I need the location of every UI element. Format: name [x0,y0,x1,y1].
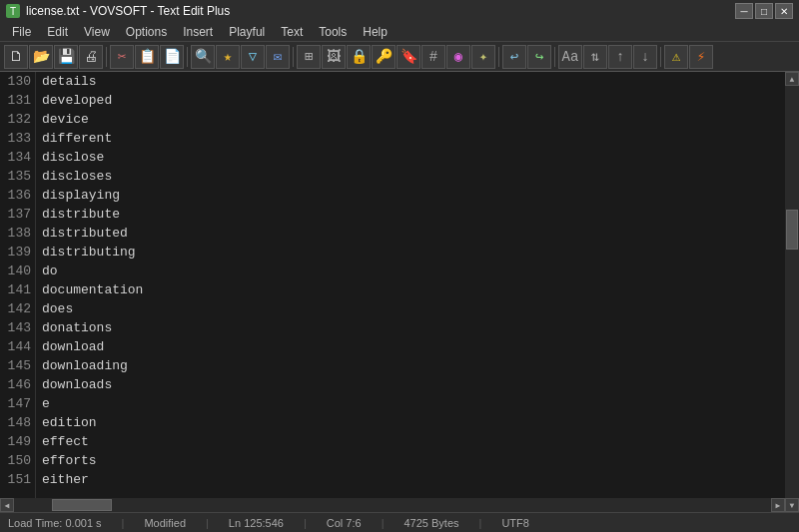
undo-button[interactable]: ↩ [502,45,526,69]
new-button[interactable]: 🗋 [4,45,28,69]
line-number: 135 [4,167,31,186]
modified-status: Modified [144,517,186,529]
search-button[interactable]: 🔍 [191,45,215,69]
line-text: documentation [42,280,779,299]
line-number: 150 [4,451,31,470]
editor-content: 1301311321331341351361371381391401411421… [0,72,785,498]
scroll-down-arrow[interactable]: ▼ [785,498,799,512]
image-button[interactable]: 🖼 [322,45,346,69]
line-number: 130 [4,72,31,91]
line-number: 136 [4,186,31,205]
mail-button[interactable]: ✉ [266,45,290,69]
toolbar-separator [498,47,499,67]
text-content[interactable]: detailsdevelopeddevicedifferentdisclosed… [36,72,785,498]
cursor-position: Ln 125:546 [229,517,284,529]
menu-item-text[interactable]: Text [273,22,311,41]
line-text: e [42,394,779,413]
menu-bar: FileEditViewOptionsInsertPlayfulTextTool… [0,22,799,42]
line-text: downloads [42,375,779,394]
line-numbers: 1301311321331341351361371381391401411421… [0,72,36,498]
maximize-button[interactable]: □ [755,3,773,19]
line-text: discloses [42,167,779,186]
line-text: efforts [42,451,779,470]
key-button[interactable]: 🔑 [372,45,396,69]
editor-area[interactable]: 1301311321331341351361371381391401411421… [0,72,785,512]
menu-item-insert[interactable]: Insert [175,22,221,41]
toolbar-separator [106,47,107,67]
print-button[interactable]: 🖨 [79,45,103,69]
line-text: displaying [42,186,779,205]
down-button[interactable]: ↓ [633,45,657,69]
toolbar-separator [293,47,294,67]
sort-button[interactable]: ⇅ [583,45,607,69]
line-number: 132 [4,110,31,129]
close-button[interactable]: ✕ [775,3,793,19]
line-text: do [42,262,779,280]
warn-button[interactable]: ⚠ [664,45,688,69]
line-number: 141 [4,280,31,299]
menu-item-view[interactable]: View [76,22,118,41]
menu-item-help[interactable]: Help [355,22,396,41]
line-number: 146 [4,375,31,394]
line-text: developed [42,91,779,110]
horizontal-scrollbar: ◀ ▶ [0,498,785,512]
toolbar: 🗋📂💾🖨✂📋📄🔍★▽✉⊞🖼🔒🔑🔖#◉✦↩↪Aa⇅↑↓⚠⚡ [0,42,799,72]
line-number: 134 [4,148,31,167]
h-scroll-track[interactable] [14,498,771,512]
main-area: 1301311321331341351361371381391401411421… [0,72,799,512]
vertical-scrollbar: ▲ ▼ [785,72,799,512]
wand-button[interactable]: ✦ [471,45,495,69]
redo-button[interactable]: ↪ [527,45,551,69]
line-text: effect [42,432,779,451]
column-info: Col 7:6 [327,517,362,529]
line-number: 147 [4,394,31,413]
rainbow-button[interactable]: ◉ [446,45,470,69]
menu-item-tools[interactable]: Tools [311,22,355,41]
menu-item-file[interactable]: File [4,22,39,41]
save-button[interactable]: 💾 [54,45,78,69]
menu-item-edit[interactable]: Edit [39,22,76,41]
filter-button[interactable]: ▽ [241,45,265,69]
toolbar-separator [660,47,661,67]
copy-button[interactable]: 📋 [135,45,159,69]
toolbar-separator [187,47,188,67]
highlight-button[interactable]: ★ [216,45,240,69]
line-text: different [42,129,779,148]
bookmark-button[interactable]: 🔖 [397,45,420,69]
v-scroll-thumb[interactable] [786,210,798,250]
v-scroll-track[interactable] [785,86,799,498]
title-bar-controls: ─ □ ✕ [735,3,793,19]
scroll-up-arrow[interactable]: ▲ [785,72,799,86]
menu-item-playful[interactable]: Playful [221,22,273,41]
h-scroll-thumb[interactable] [52,499,112,511]
lock-button[interactable]: 🔒 [347,45,371,69]
paste-button[interactable]: 📄 [160,45,184,69]
line-number: 144 [4,337,31,356]
scroll-right-arrow[interactable]: ▶ [771,498,785,512]
line-number: 131 [4,91,31,110]
open-button[interactable]: 📂 [29,45,53,69]
num-button[interactable]: # [421,45,445,69]
line-number: 145 [4,356,31,375]
extra-button[interactable]: ⚡ [689,45,713,69]
line-text: distributing [42,243,779,262]
cut-button[interactable]: ✂ [110,45,134,69]
line-text: edition [42,413,779,432]
app-icon: T [6,4,20,18]
line-number: 137 [4,205,31,224]
window-title: license.txt - VOVSOFT - Text Edit Plus [26,4,230,18]
case-button[interactable]: Aa [558,45,582,69]
line-text: device [42,110,779,129]
title-bar-left: T license.txt - VOVSOFT - Text Edit Plus [6,4,230,18]
scroll-left-arrow[interactable]: ◀ [0,498,14,512]
line-number: 143 [4,318,31,337]
table-button[interactable]: ⊞ [297,45,321,69]
line-text: download [42,337,779,356]
line-text: either [42,470,779,489]
minimize-button[interactable]: ─ [735,3,753,19]
up-button[interactable]: ↑ [608,45,632,69]
line-text: downloading [42,356,779,375]
toolbar-separator [554,47,555,67]
line-number: 133 [4,129,31,148]
menu-item-options[interactable]: Options [118,22,175,41]
